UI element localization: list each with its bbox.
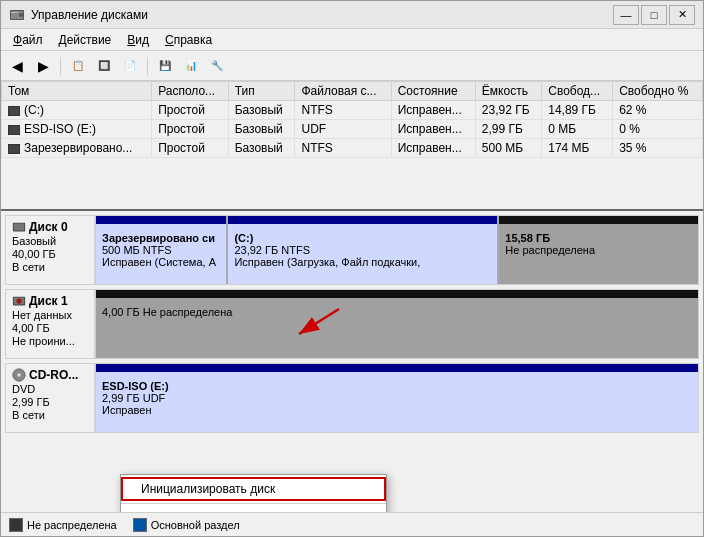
col-filesystem: Файловая с... (295, 82, 391, 101)
table-row-0[interactable]: (C:)ПростойБазовыйNTFSИсправен...23,92 Г… (2, 101, 703, 120)
toolbar-btn3[interactable]: 📄 (118, 55, 142, 77)
disk0-partition-2[interactable]: 15,58 ГБ Не распределена (499, 216, 698, 284)
toolbar: ◀ ▶ 📋 🔲 📄 💾 📊 🔧 (1, 51, 703, 81)
toolbar-back[interactable]: ◀ (5, 55, 29, 77)
cdrom-status: В сети (12, 409, 88, 421)
disk0-size: 40,00 ГБ (12, 248, 88, 260)
disk0-p1-size: 23,92 ГБ NTFS (234, 244, 491, 256)
disk0-partitions: Зарезервировано си 500 МБ NTFS Исправен … (95, 215, 699, 285)
cdrom-icon (12, 368, 26, 382)
disk1-name: Диск 1 (29, 294, 68, 308)
disk0-name: Диск 0 (29, 220, 68, 234)
menubar: Файл Действие Вид Справка (1, 29, 703, 51)
disk0-p0-name: Зарезервировано си (102, 232, 220, 244)
cell-status-1: Исправен... (391, 120, 475, 139)
disk1-partitions: 4,00 ГБ Не распределена (95, 289, 699, 359)
cdrom-partition-0[interactable]: ESD-ISO (E:) 2,99 ГБ UDF Исправен (96, 364, 698, 432)
menu-action[interactable]: Действие (51, 31, 120, 49)
menu-file[interactable]: Файл (5, 31, 51, 49)
cdrom-name: CD-RO... (29, 368, 78, 382)
ctx-offline[interactable]: Вне сети (121, 506, 386, 512)
toolbar-btn6[interactable]: 🔧 (205, 55, 229, 77)
col-status: Состояние (391, 82, 475, 101)
toolbar-btn2[interactable]: 🔲 (92, 55, 116, 77)
svg-rect-3 (11, 12, 18, 13)
table-row-1[interactable]: ESD-ISO (E:)ПростойБазовыйUDFИсправен...… (2, 120, 703, 139)
cdrom-p0-content: ESD-ISO (E:) 2,99 ГБ UDF Исправен (102, 380, 692, 416)
disk1-label: Диск 1 Нет данных 4,00 ГБ Не проини... (5, 289, 95, 359)
disk-row-1: Диск 1 Нет данных 4,00 ГБ Не проини... 4… (5, 289, 699, 359)
legend-label-primary: Основной раздел (151, 519, 240, 531)
table-header-row: Том Располо... Тип Файловая с... Состоян… (2, 82, 703, 101)
cdrom-p0-status: Исправен (102, 404, 692, 416)
toolbar-btn5[interactable]: 📊 (179, 55, 203, 77)
disk1-icon (12, 294, 26, 308)
svg-point-11 (17, 373, 21, 377)
title-bar: Управление дисками — □ ✕ (1, 1, 703, 29)
cell-location-2: Простой (152, 139, 229, 158)
cdrom-p0-name: ESD-ISO (E:) (102, 380, 692, 392)
title-buttons: — □ ✕ (613, 5, 695, 25)
disk0-status: В сети (12, 261, 88, 273)
table-area[interactable]: Том Располо... Тип Файловая с... Состоян… (1, 81, 703, 211)
col-free-pct: Свободно % (613, 82, 703, 101)
toolbar-sep1 (60, 57, 61, 75)
disk-visual-area[interactable]: Диск 0 Базовый 40,00 ГБ В сети Зарезерви… (1, 211, 703, 512)
cell-freepct-2: 35 % (613, 139, 703, 158)
col-capacity: Ёмкость (475, 82, 541, 101)
disk-table-body: (C:)ПростойБазовыйNTFSИсправен...23,92 Г… (2, 101, 703, 158)
cdrom-p0-size: 2,99 ГБ UDF (102, 392, 692, 404)
disk0-partition-0[interactable]: Зарезервировано си 500 МБ NTFS Исправен … (96, 216, 228, 284)
content-area: Том Располо... Тип Файловая с... Состоян… (1, 81, 703, 512)
svg-rect-5 (14, 224, 25, 231)
cell-free-0: 14,89 ГБ (542, 101, 613, 120)
cell-free-1: 0 МБ (542, 120, 613, 139)
toolbar-btn1[interactable]: 📋 (66, 55, 90, 77)
col-volume: Том (2, 82, 152, 101)
cell-location-1: Простой (152, 120, 229, 139)
svg-point-2 (19, 13, 23, 17)
disk-row-0: Диск 0 Базовый 40,00 ГБ В сети Зарезерви… (5, 215, 699, 285)
disk0-p1-name: (C:) (234, 232, 491, 244)
title-bar-left: Управление дисками (9, 7, 148, 23)
disk1-size: 4,00 ГБ (12, 322, 88, 334)
toolbar-btn4[interactable]: 💾 (153, 55, 177, 77)
col-type: Тип (228, 82, 295, 101)
col-location: Располо... (152, 82, 229, 101)
disk0-p2-content: 15,58 ГБ Не распределена (505, 232, 692, 256)
context-menu: Инициализировать диск Вне сети Отсоедини… (120, 474, 387, 512)
cdrom-type: DVD (12, 383, 88, 395)
legend-box-unallocated (9, 518, 23, 532)
cell-freepct-1: 0 % (613, 120, 703, 139)
disk-row-cdrom: CD-RO... DVD 2,99 ГБ В сети ESD-ISO (E:)… (5, 363, 699, 433)
disk0-type: Базовый (12, 235, 88, 247)
table-row-2[interactable]: Зарезервировано...ПростойБазовыйNTFSИспр… (2, 139, 703, 158)
window-icon (9, 7, 25, 23)
toolbar-forward[interactable]: ▶ (31, 55, 55, 77)
cell-name-0: (C:) (2, 101, 152, 120)
disk0-p2-size-label: 15,58 ГБ (505, 232, 692, 244)
disk1-status: Не проини... (12, 335, 88, 347)
disk-table: Том Располо... Тип Файловая с... Состоян… (1, 81, 703, 158)
menu-view[interactable]: Вид (119, 31, 157, 49)
menu-help[interactable]: Справка (157, 31, 220, 49)
cdrom-label: CD-RO... DVD 2,99 ГБ В сети (5, 363, 95, 433)
window-title: Управление дисками (31, 8, 148, 22)
close-button[interactable]: ✕ (669, 5, 695, 25)
cell-type-1: Базовый (228, 120, 295, 139)
disk1-partition-0[interactable]: 4,00 ГБ Не распределена (96, 290, 698, 358)
disk1-p0-content: 4,00 ГБ Не распределена (102, 306, 692, 318)
disk0-partition-1[interactable]: (C:) 23,92 ГБ NTFS Исправен (Загрузка, Ф… (228, 216, 499, 284)
disk0-icon (12, 220, 26, 234)
cdrom-partitions: ESD-ISO (E:) 2,99 ГБ UDF Исправен (95, 363, 699, 433)
cell-name-2: Зарезервировано... (2, 139, 152, 158)
minimize-button[interactable]: — (613, 5, 639, 25)
maximize-button[interactable]: □ (641, 5, 667, 25)
main-window: Управление дисками — □ ✕ Файл Действие В… (0, 0, 704, 537)
svg-point-8 (16, 298, 21, 303)
ctx-init-disk[interactable]: Инициализировать диск (121, 477, 386, 501)
disk0-p2-status: Не распределена (505, 244, 692, 256)
legend-bar: Не распределена Основной раздел (1, 512, 703, 536)
cell-capacity-1: 2,99 ГБ (475, 120, 541, 139)
disk0-p0-size: 500 МБ NTFS (102, 244, 220, 256)
